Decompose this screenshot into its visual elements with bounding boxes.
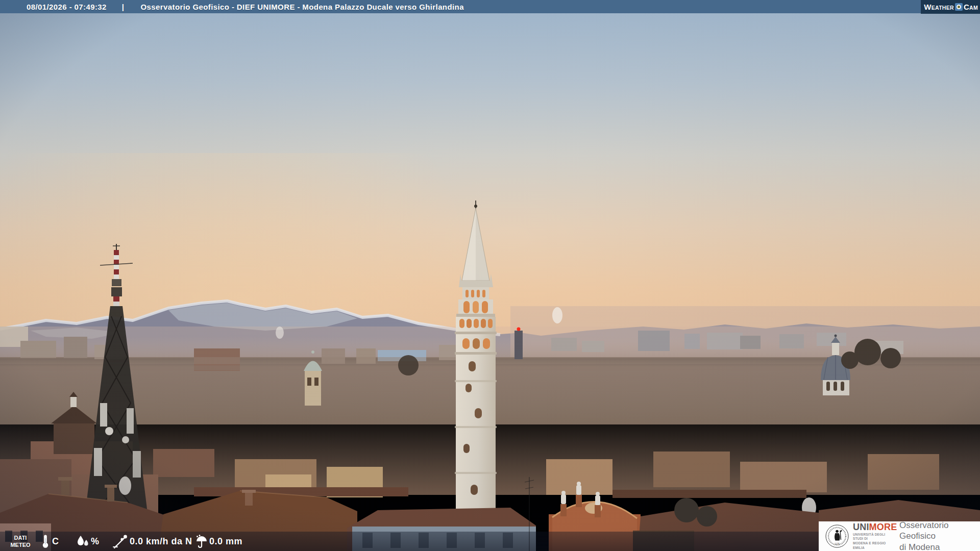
wind-icon — [112, 534, 129, 548]
rain-icon — [195, 534, 208, 548]
humidity-icon — [76, 535, 90, 548]
timestamp: 08/01/2026 - 07:49:32 — [27, 3, 107, 11]
unimore-seal-icon: 1175 — [825, 524, 849, 548]
weathercam-icon — [955, 3, 963, 11]
weathercam-word-cam: Cam — [964, 3, 978, 11]
webcam-photo — [0, 0, 980, 551]
rain-value: 0.0 mm — [209, 536, 242, 547]
temperature-value: C — [52, 536, 59, 547]
svg-text:1175: 1175 — [835, 543, 840, 545]
dati-meteo-label: DATI METEO — [7, 534, 34, 549]
webcam-page: 08/01/2026 - 07:49:32 | Osservatorio Geo… — [0, 0, 980, 551]
unimore-logo-more: MORE — [869, 522, 897, 532]
unimore-logo: UNIMORE UNIVERSITÀ DEGLI STUDI DI MODENA… — [853, 522, 895, 550]
vignette — [0, 10, 980, 551]
observatory-name: Osservatorio Geofisico di Modena — [899, 520, 980, 551]
separator: | — [122, 3, 125, 11]
header-bar: 08/01/2026 - 07:49:32 | Osservatorio Geo… — [0, 0, 980, 13]
university-name: UNIVERSITÀ DEGLI STUDI DI MODENA E REGGI… — [853, 533, 895, 550]
thermometer-icon — [41, 534, 50, 548]
unimore-logo-uni: UNI — [853, 522, 869, 532]
weathercam-logo: Weather Cam — [921, 0, 980, 14]
humidity-value: % — [91, 536, 100, 547]
wind-value: 0.0 km/h da N — [130, 536, 192, 547]
weather-data-bar: DATI METEO C % 0.0 km/h da N 0.0 mm — [0, 532, 819, 551]
page-title: Osservatorio Geofisico - DIEF UNIMORE - … — [140, 3, 463, 11]
unimore-branding-box: 1175 UNIMORE UNIVERSITÀ DEGLI STUDI DI M… — [819, 521, 980, 551]
weathercam-word-weather: Weather — [924, 3, 954, 11]
